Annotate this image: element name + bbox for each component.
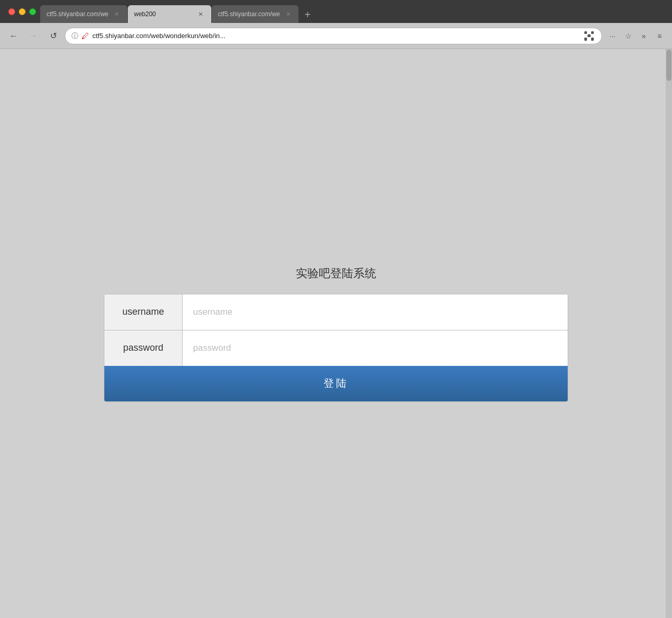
browser-window: ctf5.shiyanbar.com/we ✕ web200 ✕ ctf5.sh… <box>0 0 672 618</box>
back-button[interactable]: ← <box>5 28 22 44</box>
scrollbar-track[interactable] <box>666 49 672 618</box>
username-input[interactable] <box>183 294 568 330</box>
tab-3-label: ctf5.shiyanbar.com/we <box>218 10 280 18</box>
close-button[interactable] <box>8 8 15 15</box>
password-label: password <box>104 330 183 366</box>
minimize-button[interactable] <box>19 8 26 15</box>
login-container: 实验吧登陆系统 username password 登陆 <box>104 266 568 402</box>
login-button[interactable]: 登陆 <box>104 366 568 401</box>
address-actions <box>582 29 596 43</box>
address-text[interactable]: ctf5.shiyanbar.com/web/wonderkun/web/in.… <box>92 32 579 40</box>
nav-right-buttons: ··· ☆ » ≡ <box>605 29 667 43</box>
new-tab-button[interactable]: + <box>299 6 316 23</box>
password-input[interactable] <box>183 330 568 366</box>
shield-icon[interactable]: 🖊 <box>81 32 89 40</box>
username-label: username <box>104 294 183 330</box>
tab-3-close-icon[interactable]: ✕ <box>284 10 292 18</box>
tab-1[interactable]: ctf5.shiyanbar.com/we ✕ <box>40 5 127 23</box>
login-form: username password 登陆 <box>104 294 568 402</box>
info-icon[interactable]: ⓘ <box>70 32 79 40</box>
qr-icon <box>584 31 594 41</box>
qr-code-button[interactable] <box>582 29 596 43</box>
tab-1-close-icon[interactable]: ✕ <box>113 10 121 18</box>
title-bar: ctf5.shiyanbar.com/we ✕ web200 ✕ ctf5.sh… <box>0 0 672 23</box>
tab-2[interactable]: web200 ✕ <box>128 5 211 23</box>
tab-1-label: ctf5.shiyanbar.com/we <box>46 10 109 18</box>
tab-2-close-icon[interactable]: ✕ <box>197 10 205 18</box>
tab-2-label: web200 <box>134 10 193 18</box>
bookmark-button[interactable]: ☆ <box>621 29 635 43</box>
address-bar[interactable]: ⓘ 🖊 ctf5.shiyanbar.com/web/wonderkun/web… <box>65 28 602 44</box>
address-bar-icons: ⓘ 🖊 <box>70 32 89 40</box>
page-title: 实验吧登陆系统 <box>296 266 376 281</box>
maximize-button[interactable] <box>29 8 36 15</box>
forward-button[interactable]: → <box>25 28 42 44</box>
tabs-bar: ctf5.shiyanbar.com/we ✕ web200 ✕ ctf5.sh… <box>40 0 668 23</box>
reload-button[interactable]: ↺ <box>45 28 62 44</box>
tab-3[interactable]: ctf5.shiyanbar.com/we ✕ <box>212 5 299 23</box>
traffic-lights <box>4 8 40 15</box>
nav-bar: ← → ↺ ⓘ 🖊 ctf5.shiyanbar.com/web/wonderk… <box>0 23 672 49</box>
menu-button[interactable]: ≡ <box>652 29 667 43</box>
username-row: username <box>104 294 568 330</box>
password-row: password <box>104 330 568 366</box>
expand-button[interactable]: » <box>637 29 651 43</box>
page-content: 实验吧登陆系统 username password 登陆 <box>0 49 672 618</box>
more-button[interactable]: ··· <box>605 29 620 43</box>
scrollbar-thumb[interactable] <box>666 50 671 81</box>
